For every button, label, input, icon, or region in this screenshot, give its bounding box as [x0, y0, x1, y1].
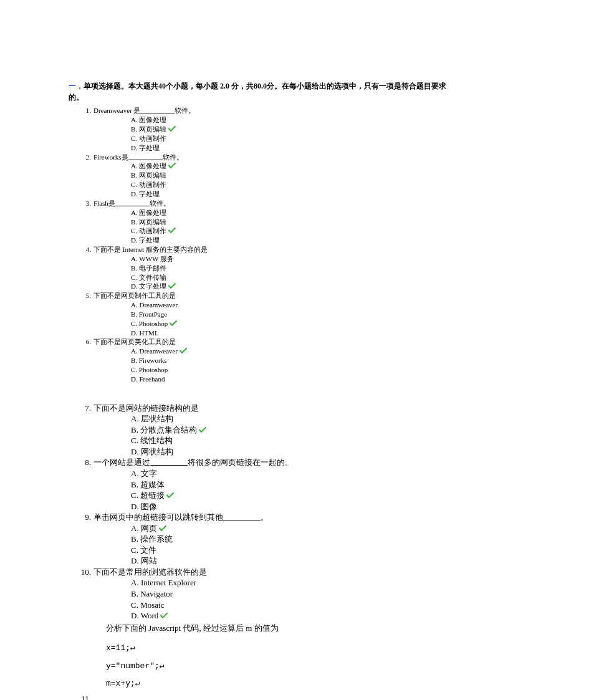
- option-text: Fireworks: [139, 357, 167, 364]
- option: C. Photoshop: [131, 319, 520, 328]
- option: D. 网状结构: [131, 446, 520, 458]
- check-icon: [159, 525, 166, 532]
- option-text: 文字处理: [139, 282, 166, 290]
- option-list: A. DreamweaverB. FireworksC. PhotoshopD.…: [131, 347, 520, 383]
- option-list: A. 网页B. 操作系统C. 文件D. 网站: [131, 523, 520, 567]
- question: 1.Dreamweaver 是软件。A. 图像处理B. 网页编辑C. 动画制作D…: [93, 106, 520, 152]
- option: B. 网页编辑: [131, 125, 520, 134]
- option-letter: B.: [131, 357, 139, 364]
- option-text: 文字: [141, 469, 157, 478]
- question-number: 3.: [75, 199, 93, 208]
- option-text: 网站: [141, 556, 157, 565]
- option: A. 图像处理: [131, 161, 520, 171]
- option-letter: D.: [131, 144, 139, 151]
- option-text: 文件: [140, 545, 156, 555]
- question-number: 4.: [75, 245, 93, 254]
- option-letter: D.: [131, 611, 141, 620]
- question-number: 7.: [75, 403, 93, 414]
- question-number: 6.: [75, 337, 93, 347]
- question-stem-line: 1.Dreamweaver 是软件。: [93, 106, 520, 115]
- blank-underline: [150, 465, 188, 466]
- option-text: 电子邮件: [139, 264, 166, 272]
- option-letter: A.: [131, 255, 139, 262]
- option-text: 字处理: [139, 236, 160, 244]
- option: D. 字处理: [131, 143, 520, 153]
- option-text: Freehand: [139, 375, 165, 383]
- check-icon: [168, 163, 176, 169]
- question-stem-line: 7.下面不是网站的链接结构的是: [93, 403, 520, 414]
- option: C. 超链接: [131, 490, 520, 501]
- option: A. Dreamweaver: [131, 347, 520, 356]
- option-letter: A.: [131, 116, 139, 123]
- option-letter: A.: [131, 578, 141, 587]
- option: A. 图像处理: [131, 115, 520, 125]
- question-stem-before: 下面不是常用的浏览器软件的是: [93, 567, 207, 577]
- question-stem-line: 4.下面不是 Internet 服务的主要内容的是: [93, 245, 520, 254]
- option-letter: B.: [131, 589, 140, 598]
- option-letter: B.: [131, 264, 139, 272]
- option-text: Mosaic: [140, 600, 164, 610]
- option-text: FrontPage: [139, 310, 167, 318]
- check-icon: [180, 348, 187, 354]
- question-stem-after: 将很多的网页链接在一起的。: [188, 458, 293, 467]
- option: A. Dreamweaver: [131, 300, 520, 310]
- option-letter: D.: [131, 556, 141, 565]
- option-list: A. 图像处理B. 网页编辑C. 动画制作D. 字处理: [131, 161, 520, 198]
- option: C. Photoshop: [131, 365, 520, 375]
- option-list: A. 文字B. 超媒体C. 超链接D. 图像: [131, 468, 520, 512]
- option-list: A. 图像处理B. 网页编辑C. 动画制作D. 字处理: [131, 115, 520, 152]
- option: B. Navigator: [131, 588, 520, 600]
- option-list: A. WWW 服务B. 电子邮件C. 文件传输D. 文字处理: [131, 254, 520, 291]
- option-letter: C.: [131, 320, 139, 327]
- question-number: 11.: [75, 693, 93, 700]
- check-icon: [170, 320, 177, 327]
- option: B. FrontPage: [131, 310, 520, 319]
- option-text: 图像处理: [139, 116, 166, 123]
- question-stem-line: 3.Flash是软件。: [93, 199, 520, 208]
- option-letter: A.: [131, 162, 139, 170]
- option-letter: D.: [131, 236, 139, 244]
- option-text: WWW 服务: [139, 255, 174, 262]
- blank-underline: [128, 160, 163, 160]
- q11-intro: 分析下面的 Javascript 代码, 经过运算后 m 的值为: [106, 623, 520, 634]
- code-line: x=11;↵: [106, 640, 520, 658]
- question-stem-before: 下面不是网站的链接结构的是: [93, 403, 199, 413]
- option-text: 动画制作: [139, 135, 166, 142]
- option: B. 操作系统: [131, 534, 520, 545]
- option-text: Photoshop: [139, 320, 168, 327]
- option-letter: B.: [131, 218, 139, 226]
- option-list: A. Internet ExplorerB. NavigatorC. Mosai…: [131, 577, 520, 621]
- option-letter: C.: [131, 181, 139, 188]
- option-letter: C.: [131, 227, 139, 234]
- option-letter: A.: [131, 414, 141, 423]
- question: 8.一个网站是通过将很多的网页链接在一起的。A. 文字B. 超媒体C. 超链接D…: [93, 457, 520, 512]
- question-stem-after: 软件。: [163, 153, 183, 161]
- blank-underline: [115, 206, 150, 206]
- option: D. 图像: [131, 501, 520, 512]
- check-icon: [160, 613, 168, 619]
- option-letter: D.: [131, 329, 139, 337]
- option-text: 字处理: [139, 190, 160, 198]
- option: B. 超媒体: [131, 479, 520, 491]
- option-list: A. 层状结构B. 分散点集合结构C. 线性结构D. 网状结构: [131, 413, 520, 457]
- option-letter: C.: [131, 436, 140, 445]
- option-text: 图像: [141, 502, 157, 511]
- option-list: A. DreamweaverB. FrontPageC. PhotoshopD.…: [131, 300, 520, 337]
- option: C. 动画制作: [131, 226, 520, 236]
- question-stem-after: 。: [261, 512, 269, 522]
- option: A. Internet Explorer: [131, 577, 520, 588]
- option-letter: B.: [131, 125, 139, 133]
- option-letter: A.: [131, 301, 139, 309]
- option: B. Fireworks: [131, 356, 520, 365]
- question-group-large: 7.下面不是网站的链接结构的是A. 层状结构B. 分散点集合结构C. 线性结构D…: [69, 403, 520, 621]
- check-icon: [168, 283, 176, 289]
- option: D. 字处理: [131, 236, 520, 245]
- blank-underline: [223, 520, 261, 520]
- question-stem-before: 一个网站是通过: [93, 458, 150, 467]
- option: C. 文件传输: [131, 273, 520, 282]
- question-number: 2.: [75, 153, 93, 162]
- question: 10.下面不是常用的浏览器软件的是A. Internet ExplorerB. …: [93, 567, 520, 621]
- option: A. 图像处理: [131, 208, 520, 218]
- option: A. WWW 服务: [131, 254, 520, 264]
- option: C. 动画制作: [131, 180, 520, 189]
